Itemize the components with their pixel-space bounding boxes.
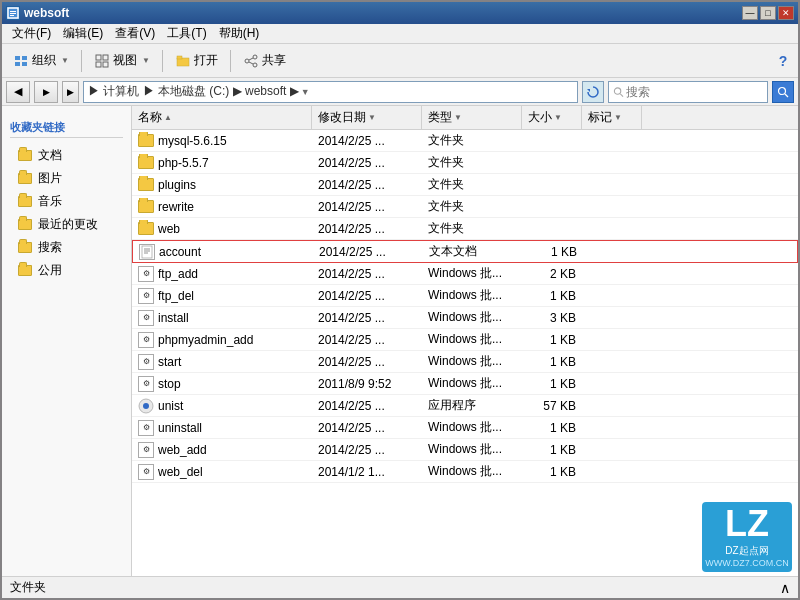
col-header-name[interactable]: 名称 ▲: [132, 106, 312, 129]
forward-button[interactable]: ▶: [34, 81, 58, 103]
file-tag-cell: [582, 294, 642, 298]
maximize-button[interactable]: □: [760, 6, 776, 20]
file-name-cell: stop: [132, 374, 312, 394]
file-type-cell: Windows 批...: [422, 461, 522, 482]
file-date-cell: 2014/2/25 ...: [312, 419, 422, 437]
table-row[interactable]: php-5.5.7 2014/2/25 ... 文件夹: [132, 152, 798, 174]
table-row[interactable]: web_add 2014/2/25 ... Windows 批... 1 KB: [132, 439, 798, 461]
file-tag-cell: [582, 161, 642, 165]
svg-point-15: [253, 55, 257, 59]
menu-help[interactable]: 帮助(H): [213, 24, 266, 43]
file-name: stop: [158, 377, 181, 391]
file-tag-cell: [582, 470, 642, 474]
view-label: 视图: [113, 52, 137, 69]
file-type-cell: 文件夹: [422, 152, 522, 173]
table-row[interactable]: plugins 2014/2/25 ... 文件夹: [132, 174, 798, 196]
folder-icon: [18, 173, 32, 184]
sidebar-item-pictures[interactable]: 图片: [10, 167, 123, 190]
file-size-cell: 3 KB: [522, 309, 582, 327]
menu-file[interactable]: 文件(F): [6, 24, 57, 43]
table-row[interactable]: account 2014/2/25 ... 文本文档 1 KB: [132, 240, 798, 263]
svg-rect-13: [177, 56, 182, 59]
file-size-cell: 1 KB: [522, 375, 582, 393]
table-row[interactable]: unist 2014/2/25 ... 应用程序 57 KB: [132, 395, 798, 417]
close-button[interactable]: ✕: [778, 6, 794, 20]
table-row[interactable]: rewrite 2014/2/25 ... 文件夹: [132, 196, 798, 218]
view-button[interactable]: 视图 ▼: [87, 48, 157, 74]
open-icon: [175, 53, 191, 69]
sidebar-item-label: 最近的更改: [38, 216, 98, 233]
search-field[interactable]: [608, 81, 768, 103]
table-row[interactable]: mysql-5.6.15 2014/2/25 ... 文件夹: [132, 130, 798, 152]
search-input[interactable]: [626, 85, 763, 99]
file-name: ftp_del: [158, 289, 194, 303]
sidebar-title: 收藏夹链接: [10, 118, 123, 138]
menu-view[interactable]: 查看(V): [109, 24, 161, 43]
col-header-tag[interactable]: 标记 ▼: [582, 106, 642, 129]
file-rows-container: mysql-5.6.15 2014/2/25 ... 文件夹 php-5.5.7…: [132, 130, 798, 483]
folder-icon: [18, 265, 32, 276]
table-row[interactable]: uninstall 2014/2/25 ... Windows 批... 1 K…: [132, 417, 798, 439]
col-header-date[interactable]: 修改日期 ▼: [312, 106, 422, 129]
menu-tools[interactable]: 工具(T): [161, 24, 212, 43]
file-name: ftp_add: [158, 267, 198, 281]
watermark-url: WWW.DZ7.COM.CN: [705, 558, 789, 568]
svg-point-29: [143, 403, 149, 409]
table-row[interactable]: ftp_del 2014/2/25 ... Windows 批... 1 KB: [132, 285, 798, 307]
file-size-cell: 1 KB: [522, 287, 582, 305]
file-size-cell: [522, 139, 582, 143]
svg-rect-1: [10, 11, 16, 12]
file-tag-cell: [582, 227, 642, 231]
organize-button[interactable]: 组织 ▼: [6, 48, 76, 74]
svg-point-16: [253, 63, 257, 67]
open-button[interactable]: 打开: [168, 48, 225, 74]
table-row[interactable]: start 2014/2/25 ... Windows 批... 1 KB: [132, 351, 798, 373]
sidebar-item-documents[interactable]: 文档: [10, 144, 123, 167]
up-button[interactable]: ▶: [62, 81, 79, 103]
file-tag-cell: [582, 205, 642, 209]
file-name: web_add: [158, 443, 207, 457]
search-go-button[interactable]: [772, 81, 794, 103]
file-date-cell: 2014/2/25 ...: [312, 353, 422, 371]
open-label: 打开: [194, 52, 218, 69]
sort-arrow-size: ▼: [554, 113, 562, 122]
help-button[interactable]: ?: [772, 48, 794, 74]
file-tag-cell: [582, 448, 642, 452]
sort-arrow-name: ▲: [164, 113, 172, 122]
status-arrow[interactable]: ∧: [780, 580, 790, 596]
bat-icon: [138, 310, 154, 326]
bat-icon: [138, 376, 154, 392]
table-row[interactable]: phpmyadmin_add 2014/2/25 ... Windows 批..…: [132, 329, 798, 351]
col-header-type[interactable]: 类型 ▼: [422, 106, 522, 129]
sidebar-item-label: 公用: [38, 262, 62, 279]
file-type-cell: 文件夹: [422, 218, 522, 239]
sidebar-item-music[interactable]: 音乐: [10, 190, 123, 213]
refresh-button[interactable]: [582, 81, 604, 103]
address-field[interactable]: ▶ 计算机 ▶ 本地磁盘 (C:) ▶ websoft ▶ ▼: [83, 81, 578, 103]
back-button[interactable]: ◀: [6, 81, 30, 103]
table-row[interactable]: stop 2011/8/9 9:52 Windows 批... 1 KB: [132, 373, 798, 395]
table-row[interactable]: ftp_add 2014/2/25 ... Windows 批... 2 KB: [132, 263, 798, 285]
toolbar-separator-1: [81, 50, 82, 72]
share-button[interactable]: 共享: [236, 48, 293, 74]
watermark-logo: LZ: [725, 506, 769, 542]
svg-rect-4: [15, 56, 20, 60]
sidebar-item-search[interactable]: 搜索: [10, 236, 123, 259]
col-header-size[interactable]: 大小 ▼: [522, 106, 582, 129]
sidebar-item-recent[interactable]: 最近的更改: [10, 213, 123, 236]
table-row[interactable]: web 2014/2/25 ... 文件夹: [132, 218, 798, 240]
bat-icon: [138, 420, 154, 436]
menu-edit[interactable]: 编辑(E): [57, 24, 109, 43]
bat-icon: [138, 288, 154, 304]
file-tag-cell: [583, 250, 643, 254]
file-name-cell: uninstall: [132, 418, 312, 438]
sidebar-item-public[interactable]: 公用: [10, 259, 123, 282]
table-row[interactable]: install 2014/2/25 ... Windows 批... 3 KB: [132, 307, 798, 329]
svg-rect-10: [96, 62, 101, 67]
file-size-cell: [522, 227, 582, 231]
file-date-cell: 2014/2/25 ...: [312, 265, 422, 283]
file-size-cell: [522, 161, 582, 165]
address-dropdown-arrow[interactable]: ▼: [301, 87, 310, 97]
minimize-button[interactable]: —: [742, 6, 758, 20]
table-row[interactable]: web_del 2014/1/2 1... Windows 批... 1 KB: [132, 461, 798, 483]
